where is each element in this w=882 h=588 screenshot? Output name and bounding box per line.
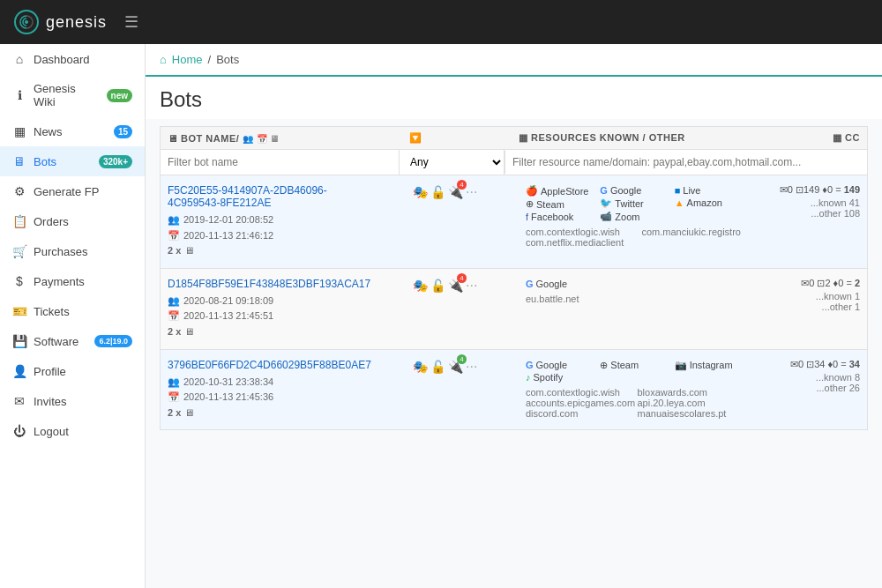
google-icon-1: G [600, 185, 608, 196]
table-row: F5C20E55-9414907A-2DB46096-4C959543-8FE2… [160, 175, 868, 269]
sidebar-label-bots: Bots [34, 155, 92, 168]
steam-icon-r: ⊕ [526, 198, 534, 210]
sidebar-label-dashboard: Dashboard [34, 53, 132, 66]
profile-icon: 👤 [12, 364, 26, 378]
sidebar-item-purchases[interactable]: 🛒 Purchases [0, 236, 145, 266]
col-header-botname: 🖥 BOT NAME/ 👥 📅 🖥 [168, 133, 406, 144]
sidebar-item-software[interactable]: 💾 Software 6.2|19.0 [0, 326, 145, 356]
home-icon-small: ⌂ [160, 53, 167, 66]
type-filter-select[interactable]: Any [399, 150, 505, 175]
breadcrumb-home[interactable]: Home [172, 53, 203, 66]
resource-filter-input[interactable] [505, 151, 867, 174]
more-options-3[interactable]: ··· [466, 359, 477, 375]
google-label-3: Google [536, 360, 567, 370]
bot-meta-3: 👥 2020-10-31 23:38:34 📅 2020-11-13 21:45… [168, 375, 406, 421]
bot-icon-header: 🖥 [168, 133, 178, 144]
more-options-2[interactable]: ··· [466, 278, 477, 294]
zoom-icon: 📹 [600, 211, 612, 222]
sidebar-item-dashboard[interactable]: ⌂ Dashboard [0, 44, 145, 74]
sidebar-label-news: News [34, 125, 107, 138]
screen: genesis ☰ ⌂ Dashboard ℹ Genesis Wiki new… [0, 0, 882, 588]
payments-icon: $ [12, 274, 26, 288]
generate-icon: ⚙ [12, 184, 26, 198]
created-icon-3: 👥 [168, 375, 180, 391]
google-icon-3: G [526, 360, 534, 370]
mask-icon: 🎭 [413, 185, 428, 199]
new-badge: new [107, 89, 132, 102]
instagram-icon: 📷 [675, 360, 687, 371]
sidebar-item-genesis-wiki[interactable]: ℹ Genesis Wiki new [0, 74, 145, 116]
sidebar-item-tickets[interactable]: 🎫 Tickets [0, 296, 145, 326]
software-icon: 💾 [12, 334, 26, 348]
apple-icon: 🍎 [526, 185, 538, 197]
bot-info-1: F5C20E55-9414907A-2DB46096-4C959543-8FE2… [168, 184, 406, 259]
steam-icon-3: ⊕ [600, 360, 608, 371]
orders-icon: 📋 [12, 214, 26, 228]
breadcrumb: ⌂ Home / Bots [146, 44, 882, 77]
twitter-label: Twitter [615, 198, 643, 209]
more-options-1[interactable]: ··· [466, 184, 477, 200]
sidebar-label-purchases: Purchases [34, 245, 132, 258]
sidebar-label-profile: Profile [34, 365, 132, 378]
mask-icon-3: 🎭 [413, 360, 428, 374]
lock-icon-3: 🔓 [430, 360, 445, 374]
icon-badge-red-2: 4 [457, 273, 467, 283]
software-badge: 6.2|19.0 [94, 335, 132, 347]
sidebar-item-logout[interactable]: ⏻ Logout [0, 416, 145, 446]
logo-text: genesis [46, 13, 107, 32]
bot-info-2: D1854F8BF59E1F43848E3DBF193ACA17 👥 2020-… [168, 278, 406, 340]
modified-icon-2: 📅 [168, 309, 180, 324]
page-header: Bots [146, 77, 882, 119]
sidebar-item-payments[interactable]: $ Payments [0, 266, 145, 296]
tickets-icon: 🎫 [12, 304, 26, 318]
bot-meta-2: 👥 2020-08-21 09:18:09 📅 2020-11-13 21:45… [168, 294, 406, 340]
facebook-icon: f [526, 212, 528, 222]
sidebar-item-orders[interactable]: 📋 Orders [0, 206, 145, 236]
botname-filter-input[interactable] [161, 151, 399, 174]
logout-icon: ⏻ [12, 424, 26, 438]
table-row: D1854F8BF59E1F43848E3DBF193ACA17 👥 2020-… [160, 269, 868, 350]
sidebar: ⌂ Dashboard ℹ Genesis Wiki new ▦ News 15… [0, 44, 146, 588]
bot-id-3[interactable]: 3796BE0F66FD2C4D66029B5F88BE0AE7 [168, 359, 406, 371]
col-header-counts: ▦ CC [754, 132, 860, 144]
google-icon-2: G [526, 279, 534, 289]
modified-icon: 📅 [168, 228, 180, 244]
bot-icons-1: 🎭 🔓 🔌 4 ··· [413, 184, 519, 200]
bot-counts-2: ✉0 ⊡2 ♦0 = 2 ...known 1 ...other 1 [754, 278, 860, 312]
bot-id-2[interactable]: D1854F8BF59E1F43848E3DBF193ACA17 [168, 278, 406, 290]
bot-info-3: 3796BE0F66FD2C4D66029B5F88BE0AE7 👥 2020-… [168, 359, 406, 421]
counts-icon: ▦ [833, 132, 842, 143]
zoom-label: Zoom [615, 212, 639, 222]
sidebar-item-profile[interactable]: 👤 Profile [0, 356, 145, 386]
bots-icon: 🖥 [12, 154, 26, 168]
col-header-icons: 🔽 [409, 132, 515, 144]
bot-meta-1: 👥 2019-12-01 20:08:52 📅 2020-11-13 21:46… [168, 212, 406, 259]
sidebar-item-generate-fp[interactable]: ⚙ Generate FP [0, 176, 145, 206]
sidebar-item-invites[interactable]: ✉ Invites [0, 386, 145, 416]
resources-label: RESOURCES KNOWN / OTHER [531, 132, 685, 143]
bot-counts-3: ✉0 ⊡34 ♦0 = 34 ...known 8 ...other 26 [754, 359, 860, 393]
hamburger-icon[interactable]: ☰ [124, 12, 138, 32]
bot-id-1[interactable]: F5C20E55-9414907A-2DB46096-4C959543-8FE2… [168, 184, 406, 209]
breadcrumb-separator: / [208, 53, 212, 66]
bots-badge: 320k+ [99, 155, 132, 168]
invites-icon: ✉ [12, 394, 26, 408]
sort-icons: 👥 📅 🖥 [243, 134, 280, 144]
bot-resources-3: G Google ♪ Spotify ⊕ Steam 📷 Instagram [526, 359, 747, 419]
steam-label: Steam [536, 199, 564, 210]
topbar: genesis ☰ [0, 0, 882, 44]
breadcrumb-current: Bots [216, 53, 239, 66]
google-label-1: Google [610, 185, 641, 196]
mask-icon-2: 🎭 [413, 279, 428, 293]
logo-area: genesis [14, 10, 107, 34]
sidebar-label-genesis-wiki: Genesis Wiki [34, 82, 100, 108]
modified-icon-3: 📅 [168, 390, 180, 406]
main-area: ⌂ Dashboard ℹ Genesis Wiki new ▦ News 15… [0, 44, 882, 588]
sidebar-item-bots[interactable]: 🖥 Bots 320k+ [0, 146, 145, 176]
sidebar-label-invites: Invites [34, 395, 132, 408]
icon-badge-green-3: 4 [457, 354, 467, 364]
spotify-label: Spotify [534, 372, 564, 383]
sidebar-item-news[interactable]: ▦ News 15 [0, 116, 145, 146]
created-icon-2: 👥 [168, 294, 180, 309]
bot-counts-1: ✉0 ⊡149 ♦0 = 149 ...known 41 ...other 10… [754, 184, 860, 219]
